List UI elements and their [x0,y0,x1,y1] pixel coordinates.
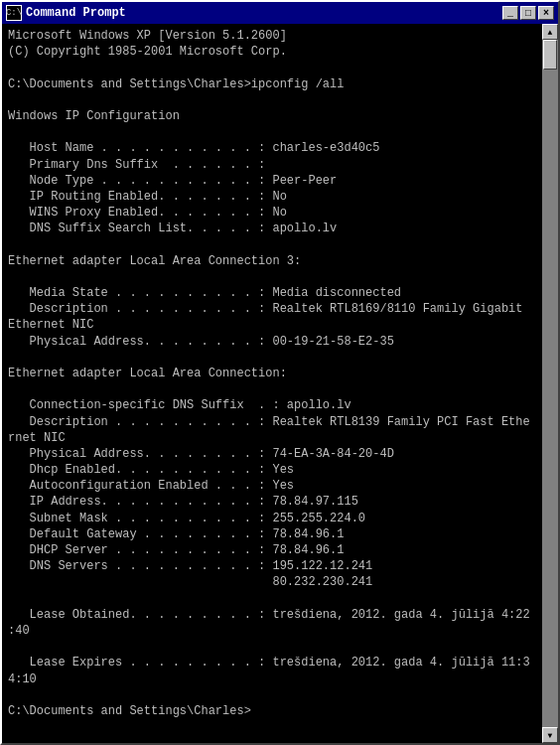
maximize-button[interactable]: □ [520,6,536,20]
title-bar-left: C:\ Command Prompt [6,5,126,21]
terminal-content: Microsoft Windows XP [Version 5.1.2600] … [2,24,558,743]
minimize-button[interactable]: _ [502,6,518,20]
scrollbar[interactable]: ▲ ▼ [542,24,558,743]
close-button[interactable]: × [538,6,554,20]
scroll-down-button[interactable]: ▼ [542,727,558,743]
window-title: Command Prompt [26,6,126,20]
title-buttons: _ □ × [502,6,554,20]
title-bar: C:\ Command Prompt _ □ × [2,2,558,24]
scroll-track[interactable] [542,40,558,727]
scroll-thumb[interactable] [543,40,557,70]
command-prompt-window: C:\ Command Prompt _ □ × Microsoft Windo… [0,0,560,745]
scroll-up-button[interactable]: ▲ [542,24,558,40]
window-icon: C:\ [6,5,22,21]
